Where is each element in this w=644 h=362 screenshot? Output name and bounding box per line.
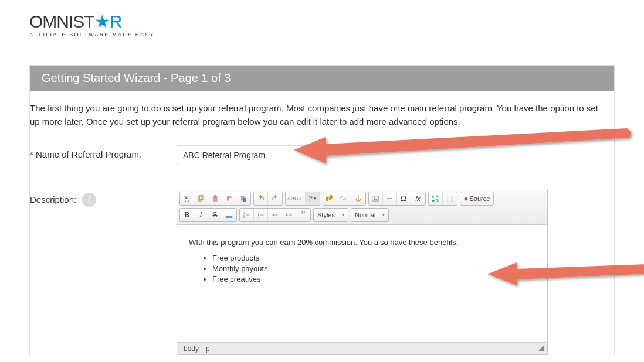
list-item: Free creatives	[212, 275, 535, 284]
resize-handle-icon[interactable]	[538, 346, 544, 351]
hr-icon[interactable]	[383, 192, 397, 205]
svg-rect-8	[243, 197, 246, 201]
logo: OMNIST★R AFFILIATE SOFTWARE MADE EASY	[29, 13, 155, 37]
list-item: Free products	[212, 254, 535, 262]
strike-icon[interactable]: S	[208, 209, 222, 221]
italic-icon[interactable]: I	[194, 209, 208, 221]
svg-point-19	[258, 214, 259, 216]
numbered-list-icon[interactable]: 123	[240, 209, 254, 221]
svg-point-10	[374, 197, 375, 198]
svg-rect-2	[198, 197, 202, 201]
svg-rect-6	[229, 197, 232, 201]
paste-icon[interactable]	[208, 192, 222, 205]
maximize-icon[interactable]	[429, 192, 443, 205]
undo-icon[interactable]	[254, 192, 268, 205]
svg-text:3: 3	[243, 216, 245, 218]
content: The first thing you are going to do is s…	[30, 91, 614, 355]
svg-rect-11	[387, 198, 392, 199]
logo-text-st: ST	[73, 12, 94, 31]
row-description: Description: i	[30, 189, 614, 355]
spellcheck-icon[interactable]: ABC✓	[286, 192, 306, 205]
svg-rect-4	[214, 195, 216, 196]
info-icon[interactable]: i	[82, 193, 96, 207]
special-char-icon[interactable]: Ω	[397, 192, 411, 205]
blockquote-icon[interactable]: ”	[296, 209, 310, 221]
wizard-panel: Getting Started Wizard - Page 1 of 3 The…	[29, 65, 615, 355]
svg-rect-3	[213, 196, 217, 201]
editor-body[interactable]: WIth this program you can earn 20% commi…	[177, 225, 547, 342]
anchor-icon[interactable]	[351, 192, 365, 205]
svg-point-18	[258, 212, 259, 213]
equation-icon[interactable]: fx	[411, 192, 425, 205]
paste-word-icon[interactable]	[236, 192, 250, 205]
styles-dropdown[interactable]: Styles▾	[314, 209, 348, 221]
cut-icon[interactable]	[180, 192, 194, 205]
editor-footer: bodyp	[177, 342, 547, 354]
paste-text-icon[interactable]	[222, 192, 236, 205]
outdent-icon[interactable]	[268, 209, 282, 221]
remove-format-icon[interactable]	[222, 209, 236, 221]
logo-text-r: R	[110, 12, 122, 31]
indent-icon[interactable]	[282, 209, 296, 221]
bold-icon[interactable]: B	[180, 209, 194, 221]
format-dropdown[interactable]: Normal▾	[351, 209, 388, 221]
svg-rect-12	[447, 196, 452, 198]
editor-element-path[interactable]: bodyp	[181, 344, 214, 353]
spellcheck-toggle-icon[interactable]: ℱ▾	[306, 192, 320, 205]
input-program-name[interactable]	[177, 145, 358, 165]
logo-text-omni: OMNI	[29, 12, 73, 31]
bullet-list-icon[interactable]	[254, 209, 268, 221]
svg-rect-1	[199, 195, 203, 199]
header: OMNIST★R AFFILIATE SOFTWARE MADE EASY	[0, 0, 644, 46]
link-icon[interactable]	[323, 192, 337, 205]
editor-toolbar: ABC✓ ℱ▾ Ω	[177, 189, 547, 225]
label-program-name: * Name of Referral Program:	[30, 145, 177, 159]
editor-bullet-list: Free products Monthly payouts Free creat…	[212, 254, 535, 284]
show-blocks-icon[interactable]	[443, 192, 457, 205]
copy-icon[interactable]	[194, 192, 208, 205]
source-button[interactable]: ◆Source	[460, 192, 494, 205]
unlink-icon[interactable]	[337, 192, 351, 205]
svg-point-20	[258, 216, 259, 217]
row-name: * Name of Referral Program:	[30, 145, 614, 165]
label-description: Description:	[30, 194, 76, 204]
editor-paragraph: WIth this program you can earn 20% commi…	[189, 238, 535, 247]
svg-rect-13	[447, 199, 452, 201]
intro-text: The first thing you are going to do is s…	[30, 101, 614, 129]
svg-rect-14	[226, 216, 233, 218]
image-icon[interactable]	[369, 192, 383, 205]
redo-icon[interactable]	[268, 192, 282, 205]
logo-star-icon: ★	[94, 12, 110, 31]
logo-tagline: AFFILIATE SOFTWARE MADE EASY	[29, 32, 155, 37]
rich-text-editor: ABC✓ ℱ▾ Ω	[177, 189, 548, 355]
page-title: Getting Started Wizard - Page 1 of 3	[30, 66, 614, 91]
list-item: Monthly payouts	[212, 264, 535, 273]
